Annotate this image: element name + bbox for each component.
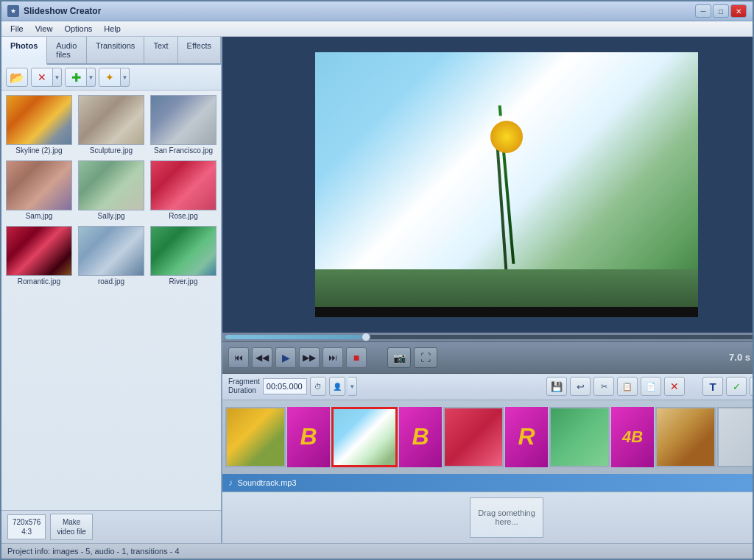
stop-button[interactable]: ■	[346, 347, 367, 368]
duration-set-button[interactable]: ⏱	[310, 377, 326, 396]
undo-button[interactable]: ↩	[570, 377, 591, 396]
maximize-button[interactable]: □	[713, 4, 729, 18]
list-item[interactable]: Romantic.jpg	[4, 224, 74, 287]
menu-bar: File View Options Help	[1, 21, 753, 37]
soundtrack-bar: ♪ Soundtrack.mp3	[222, 474, 754, 492]
list-item[interactable]: Skyline (2).jpg	[4, 93, 74, 156]
make-video-button[interactable]: Makevideo file	[50, 514, 92, 540]
timeline-text-item-2[interactable]: B	[399, 407, 442, 467]
drag-zone[interactable]: Drag something here...	[222, 492, 754, 543]
window-buttons: ─ □ ✕	[695, 4, 747, 18]
list-item[interactable]: Sally.jpg	[77, 159, 146, 221]
list-item[interactable]: road.jpg	[77, 224, 146, 287]
timeline-item-nature[interactable]	[549, 407, 610, 467]
photo-label: Sam.jpg	[26, 212, 53, 220]
list-item[interactable]: River.jpg	[149, 224, 218, 287]
photo-label: San Francisco.jpg	[154, 146, 213, 155]
menu-options[interactable]: Options	[58, 23, 98, 35]
duration-input[interactable]	[263, 378, 307, 394]
left-toolbar: 📂 ✕ ▼ ✚ ▼ ✦ ▼	[1, 65, 221, 91]
star-button-group: ✦ ▼	[99, 68, 130, 87]
minimize-button[interactable]: ─	[695, 4, 711, 18]
preview-image	[315, 52, 698, 317]
list-item[interactable]: Sculpture.jpg	[77, 93, 146, 156]
tab-photos[interactable]: Photos	[1, 37, 47, 65]
menu-help[interactable]: Help	[98, 23, 127, 35]
timeline-text-item[interactable]: B	[287, 407, 330, 467]
menu-view[interactable]: View	[29, 23, 59, 35]
left-panel: Photos Audio files Transitions Text Effe…	[1, 37, 222, 542]
play-button[interactable]: ▶	[275, 347, 296, 368]
list-item[interactable]: San Francisco.jpg	[149, 93, 218, 156]
delete-dropdown[interactable]: ▼	[53, 68, 62, 87]
photo-thumbnail	[6, 95, 72, 145]
timeline-scroll[interactable]: B B R 4B	[222, 400, 754, 474]
more-options-dropdown[interactable]: ▼	[750, 377, 754, 396]
tab-audio-files[interactable]: Audio files	[47, 37, 87, 63]
photo-thumbnail	[6, 160, 72, 210]
paste-button[interactable]: 📄	[641, 377, 661, 396]
delete-button[interactable]: ✕	[31, 68, 53, 87]
scrubber-track[interactable]	[225, 335, 754, 339]
app-window: ★ Slideshow Creator ─ □ ✕ File View Opti…	[0, 0, 754, 560]
goto-end-button[interactable]: ⏭	[323, 347, 343, 368]
current-time: 7.0 s	[729, 352, 750, 363]
delete-button-group: ✕ ▼	[31, 68, 62, 87]
confirm-button[interactable]: ✓	[726, 377, 747, 396]
photo-label: Sculpture.jpg	[90, 146, 133, 155]
timeline-empty-slot[interactable]	[717, 407, 754, 467]
copy-button[interactable]: 📋	[617, 377, 638, 396]
timeline-text-item-4b[interactable]: 4B	[611, 407, 654, 467]
save-button[interactable]: 💾	[546, 377, 567, 396]
text-overlay-button[interactable]: T	[702, 377, 723, 396]
open-folder-button[interactable]: 📂	[6, 68, 28, 87]
timeline-toolbar: FragmentDuration ⏱ 👤 ▼ 💾 ↩ ✂ 📋 📄 ✕ T ✓ ▼…	[222, 374, 754, 400]
screenshot-button[interactable]: 📷	[387, 347, 411, 368]
photo-label: River.jpg	[169, 277, 198, 286]
goto-start-button[interactable]: ⏮	[228, 347, 249, 368]
tab-effects[interactable]: Effects	[178, 37, 221, 63]
timeline-text-item-r[interactable]: R	[505, 407, 548, 467]
tab-transitions[interactable]: Transitions	[87, 37, 144, 63]
tab-bar: Photos Audio files Transitions Text Effe…	[1, 37, 221, 65]
duration-option-button[interactable]: 👤	[329, 377, 345, 396]
timeline-item[interactable]	[225, 407, 286, 467]
photo-thumbnail	[150, 95, 216, 145]
photo-thumbnail	[78, 160, 144, 210]
photo-label: Rose.jpg	[169, 212, 197, 220]
video-controls-bar: 720x5764:3 Makevideo file	[1, 510, 221, 543]
step-back-button[interactable]: ◀◀	[252, 347, 272, 368]
add-dropdown[interactable]: ▼	[87, 68, 96, 87]
close-button[interactable]: ✕	[730, 4, 747, 18]
duration-dropdown[interactable]: ▼	[348, 377, 357, 396]
flower-stem	[495, 132, 508, 277]
scrubber-handle[interactable]	[362, 333, 370, 341]
add-button[interactable]: ✚	[65, 68, 87, 87]
menu-file[interactable]: File	[4, 23, 29, 35]
delete-tl-button[interactable]: ✕	[664, 377, 685, 396]
preview-area	[222, 37, 754, 332]
list-item[interactable]: Rose.jpg	[149, 159, 218, 221]
add-button-group: ✚ ▼	[65, 68, 96, 87]
fragment-duration-label: FragmentDuration ⏱ 👤 ▼	[228, 377, 357, 396]
tab-text[interactable]: Text	[144, 37, 177, 63]
main-content: Photos Audio files Transitions Text Effe…	[1, 37, 753, 542]
status-bar: Project info: images - 5, audio - 1, tra…	[1, 543, 753, 559]
scrubber-bar[interactable]	[222, 333, 754, 341]
fullscreen-button[interactable]: ⛶	[414, 347, 437, 368]
timeline-item-selected[interactable]	[331, 407, 398, 467]
timeline-item-bee[interactable]	[655, 407, 716, 467]
cut-button[interactable]: ✂	[593, 377, 614, 396]
timeline-item-rose[interactable]	[443, 407, 504, 467]
photo-thumbnail	[78, 95, 144, 145]
fragment-label: FragmentDuration	[228, 378, 260, 395]
list-item[interactable]: Sam.jpg	[4, 159, 74, 221]
photo-label: road.jpg	[98, 277, 124, 286]
star-button[interactable]: ✦	[99, 68, 121, 87]
star-dropdown[interactable]: ▼	[121, 68, 130, 87]
preview-bottom-bar	[315, 307, 698, 317]
scrubber-fill	[225, 335, 366, 339]
step-forward-button[interactable]: ▶▶	[299, 347, 320, 368]
drag-drop-box[interactable]: Drag something here...	[470, 497, 543, 538]
flower-center	[490, 121, 523, 153]
